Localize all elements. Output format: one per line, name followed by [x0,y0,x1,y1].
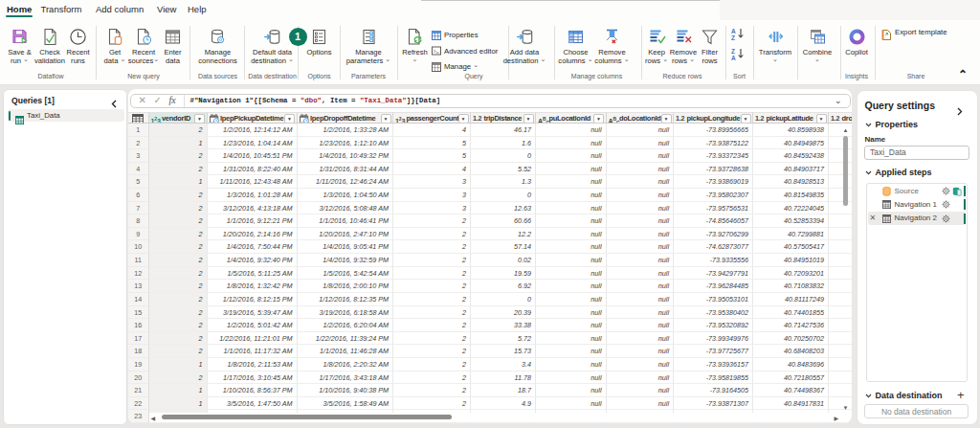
svg-text:A: A [731,55,736,61]
svg-text:Z: Z [731,34,735,41]
svg-text:A: A [731,28,736,34]
svg-text:Z: Z [731,48,735,55]
